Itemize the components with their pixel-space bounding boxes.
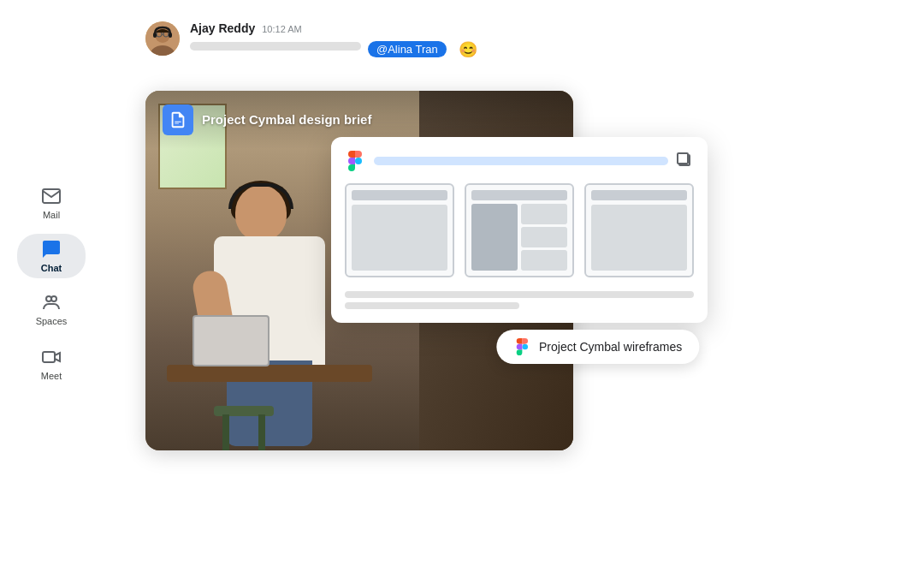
docs-card-title: Project Cymbal design brief: [202, 112, 371, 127]
wireframe-box-2: [465, 183, 574, 277]
figma-copy-icon[interactable]: [677, 152, 694, 170]
wf-body-1: [352, 205, 447, 271]
spaces-label: Spaces: [36, 316, 68, 326]
table: [167, 365, 372, 382]
figma-label-text: Project Cymbal wireframes: [539, 340, 682, 354]
wf2-r1: [521, 204, 567, 224]
figma-footer: [345, 291, 694, 309]
svg-rect-11: [169, 33, 172, 38]
wf-header-1: [352, 190, 447, 200]
person: [184, 176, 355, 450]
wf2-col-selected: [471, 204, 518, 271]
mail-label: Mail: [43, 210, 60, 220]
mention-tag: @Alina Tran: [368, 41, 447, 57]
meet-label: Meet: [41, 371, 62, 381]
spaces-icon: [41, 292, 62, 313]
wf2-col-right: [521, 204, 567, 271]
message-row: Ajay Reddy 10:12 AM @Alina Tran 😊: [145, 21, 881, 59]
sidebar: Mail Chat Spaces Meet: [0, 0, 103, 566]
laptop: [192, 315, 270, 366]
wf2-r3: [521, 250, 567, 271]
figma-label-pill: Project Cymbal wireframes: [496, 330, 699, 364]
message-content: Ajay Reddy 10:12 AM @Alina Tran 😊: [190, 21, 881, 59]
wireframe-box-3: [584, 183, 694, 277]
mail-icon: [41, 186, 62, 206]
scene-container: Ajay Reddy 10:12 AM @Alina Tran 😊: [128, 9, 898, 557]
figma-card-header: [345, 151, 694, 171]
chat-icon: [41, 239, 62, 259]
chair-leg-2: [258, 414, 265, 450]
avatar: [145, 21, 180, 56]
wf-header-3: [591, 190, 687, 200]
figma-card-wrapper: Project Cymbal wireframes: [496, 241, 699, 289]
sidebar-item-chat[interactable]: Chat: [17, 234, 86, 278]
sidebar-item-meet[interactable]: Meet: [17, 340, 86, 388]
wf-body-3: [591, 205, 687, 271]
wf2-r2: [521, 227, 567, 247]
figma-pill-icon: [513, 338, 530, 355]
meet-icon: [41, 347, 62, 367]
main-content: Ajay Reddy 10:12 AM @Alina Tran 😊: [103, 0, 924, 566]
svg-rect-3: [43, 352, 55, 362]
sender-name: Ajay Reddy: [190, 21, 255, 35]
wireframe-grid: [345, 183, 694, 277]
figma-url-bar: [374, 157, 668, 165]
message-text-placeholder: [190, 42, 361, 51]
footer-bar-1: [345, 291, 694, 298]
message-header: Ajay Reddy 10:12 AM: [190, 21, 881, 35]
chat-label: Chat: [41, 263, 62, 273]
chair-leg-1: [222, 414, 229, 450]
svg-point-2: [51, 296, 56, 301]
sidebar-item-spaces[interactable]: Spaces: [17, 285, 86, 333]
footer-bar-2: [345, 302, 519, 309]
wf2-body: [471, 204, 567, 271]
svg-rect-10: [153, 33, 157, 38]
sidebar-item-mail[interactable]: Mail: [17, 179, 86, 227]
figma-card[interactable]: [331, 137, 708, 323]
docs-icon: [163, 104, 193, 135]
wf2-header: [471, 190, 567, 200]
wireframe-box-1: [345, 183, 454, 277]
figma-logo-icon: [345, 151, 365, 171]
emoji: 😊: [459, 40, 477, 59]
timestamp: 10:12 AM: [262, 24, 301, 34]
